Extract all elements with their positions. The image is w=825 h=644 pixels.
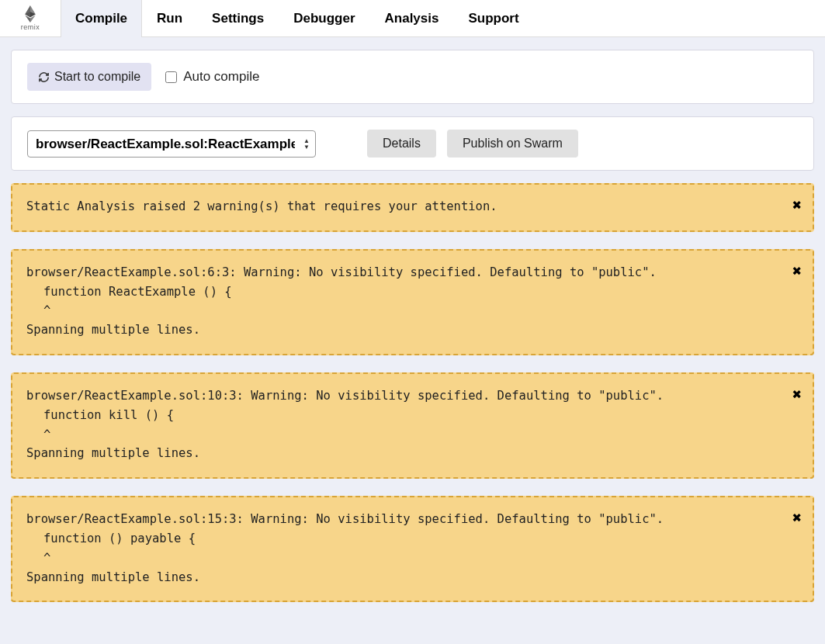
contract-panel: browser/ReactExample.sol:ReactExample ▲▼…	[11, 116, 814, 171]
warning-footer: Spanning multiple lines.	[26, 568, 799, 587]
publish-swarm-button[interactable]: Publish on Swarm	[447, 130, 578, 158]
logo-text: remix	[21, 23, 40, 31]
warning-caret: ^	[26, 425, 799, 445]
auto-compile-checkbox[interactable]	[165, 71, 177, 83]
tab-run[interactable]: Run	[142, 0, 197, 37]
warning-header: browser/ReactExample.sol:15:3: Warning: …	[26, 510, 799, 529]
warning-item: ✖ browser/ReactExample.sol:15:3: Warning…	[11, 496, 814, 602]
contract-select[interactable]: browser/ReactExample.sol:ReactExample	[27, 130, 316, 158]
close-icon[interactable]: ✖	[792, 258, 802, 283]
ethereum-icon	[23, 5, 37, 23]
warning-code: function ReactExample () {	[26, 282, 799, 302]
warning-item: ✖ browser/ReactExample.sol:10:3: Warning…	[11, 372, 814, 479]
auto-compile-toggle[interactable]: Auto compile	[165, 69, 259, 85]
warning-footer: Spanning multiple lines.	[26, 320, 799, 340]
close-icon[interactable]: ✖	[792, 382, 802, 407]
warning-caret: ^	[26, 549, 799, 568]
tab-analysis[interactable]: Analysis	[370, 0, 454, 37]
tab-bar: remix Compile Run Settings Debugger Anal…	[0, 0, 825, 37]
warning-text: Static Analysis raised 2 warning(s) that…	[26, 197, 799, 216]
warning-code: function kill () {	[26, 406, 799, 425]
start-compile-button[interactable]: Start to compile	[27, 63, 151, 91]
details-button[interactable]: Details	[367, 130, 436, 158]
warning-header: browser/ReactExample.sol:10:3: Warning: …	[26, 386, 799, 406]
tab-compile[interactable]: Compile	[61, 0, 142, 37]
tab-support[interactable]: Support	[453, 0, 533, 37]
warning-summary: ✖ Static Analysis raised 2 warning(s) th…	[11, 183, 814, 232]
tab-debugger[interactable]: Debugger	[279, 0, 369, 37]
auto-compile-label: Auto compile	[183, 69, 259, 85]
tab-settings[interactable]: Settings	[197, 0, 279, 37]
warning-header: browser/ReactExample.sol:6:3: Warning: N…	[26, 263, 799, 282]
remix-logo: remix	[0, 5, 61, 31]
compile-panel: Start to compile Auto compile	[11, 50, 814, 104]
close-icon[interactable]: ✖	[792, 192, 802, 217]
warning-footer: Spanning multiple lines.	[26, 444, 799, 463]
close-icon[interactable]: ✖	[792, 505, 802, 530]
contract-select-wrap: browser/ReactExample.sol:ReactExample ▲▼	[27, 130, 316, 158]
warning-code: function () payable {	[26, 529, 799, 549]
warning-caret: ^	[26, 301, 799, 320]
start-compile-label: Start to compile	[54, 70, 140, 84]
warning-item: ✖ browser/ReactExample.sol:6:3: Warning:…	[11, 249, 814, 355]
refresh-icon	[38, 71, 50, 83]
